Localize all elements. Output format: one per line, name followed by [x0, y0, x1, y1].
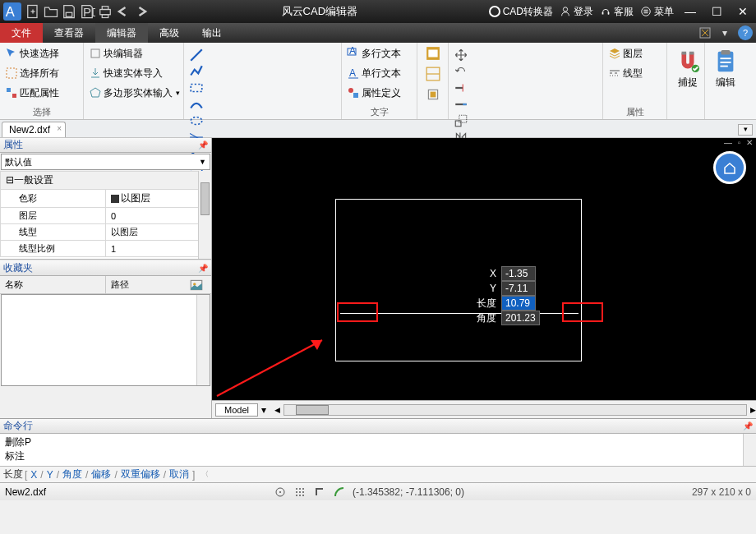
tab-file[interactable]: 文件	[0, 23, 43, 43]
block-editor-button[interactable]: 块编辑器	[87, 44, 180, 62]
login-link[interactable]: 登录	[560, 5, 593, 19]
polar-mode-icon[interactable]	[333, 486, 346, 499]
ribbon-group-snap: 捕捉	[667, 43, 705, 119]
opt-y[interactable]: Y	[47, 469, 53, 481]
status-filename: New2.dxf	[5, 486, 46, 498]
pin-icon[interactable]: 📌	[743, 421, 753, 430]
prop-row-layer[interactable]: 图层0	[1, 208, 211, 224]
layer-button[interactable]: 图层	[606, 44, 663, 62]
pin-icon[interactable]: 📌	[198, 140, 208, 150]
home-view-button[interactable]	[713, 151, 746, 184]
coord-angle-value[interactable]: 201.23	[501, 311, 540, 325]
rect-tool-icon[interactable]	[189, 81, 204, 95]
ribbon-options-icon[interactable]	[695, 23, 715, 43]
prop-row-ltscale[interactable]: 线型比例1	[1, 241, 211, 257]
tab-advanced[interactable]: 高级	[148, 23, 191, 43]
layout-icon[interactable]	[426, 67, 440, 84]
grid-mode-icon[interactable]	[293, 486, 307, 499]
select-all-button[interactable]: 选择所有	[3, 64, 80, 82]
opt-x[interactable]: X	[30, 469, 37, 481]
save-pdf-icon[interactable]: PDF	[79, 3, 95, 20]
svg-rect-89	[689, 52, 694, 55]
save-icon[interactable]	[61, 3, 77, 20]
extend-tool-icon[interactable]	[454, 97, 468, 112]
rotate-tool-icon[interactable]	[454, 64, 468, 79]
opt-offset[interactable]: 偏移	[91, 467, 111, 481]
svg-rect-8	[102, 15, 108, 18]
coord-y-value[interactable]: -7.11	[501, 281, 536, 296]
open-icon[interactable]	[43, 3, 59, 20]
prop-row-color[interactable]: 色彩以图层	[1, 190, 211, 208]
status-dimensions: 297 x 210 x 0	[692, 486, 751, 498]
quick-select-button[interactable]: 快速选择	[3, 44, 80, 62]
line-tool-icon[interactable]	[189, 48, 204, 62]
quick-import-button[interactable]: 快速实体导入	[87, 64, 180, 82]
undo-icon[interactable]	[115, 3, 131, 20]
fav-col-name[interactable]: 名称	[0, 276, 106, 293]
svg-point-102	[302, 488, 304, 490]
attr-def-button[interactable]: 属性定义	[345, 84, 413, 102]
document-tab[interactable]: New2.dxf×	[2, 122, 66, 137]
opt-angle[interactable]: 角度	[62, 467, 82, 481]
minimize-button[interactable]: —	[680, 3, 700, 20]
linetype-button[interactable]: 线型	[606, 64, 663, 82]
group-label-select: 选择	[3, 105, 80, 119]
command-scrollbar[interactable]	[743, 434, 756, 466]
menu-icon	[640, 6, 652, 17]
cad-converter-link[interactable]: CAD转换器	[489, 5, 553, 19]
help-button[interactable]: ?	[738, 25, 753, 40]
svg-text:A: A	[349, 47, 356, 57]
svg-rect-62	[455, 121, 461, 127]
tab-overflow-button[interactable]: ▾	[738, 124, 753, 136]
drawing-canvas[interactable]: — ▫ ✕ X-1.35 Y-7.11 长度10.79 角度201.23	[212, 138, 756, 400]
canvas-hscrollbar[interactable]	[284, 404, 747, 416]
close-button[interactable]: ✕	[733, 3, 753, 20]
tab-editor[interactable]: 编辑器	[95, 23, 148, 43]
properties-default-combo[interactable]: 默认值▼	[1, 154, 210, 170]
ellipse-tool-icon[interactable]	[189, 113, 204, 128]
polygon-input-button[interactable]: 多边形实体输入▾	[87, 84, 180, 102]
block-ref-icon[interactable]	[426, 87, 440, 104]
move-tool-icon[interactable]	[454, 48, 468, 62]
edit-button[interactable]: 编辑	[708, 44, 743, 90]
stext-button[interactable]: A单行文本	[345, 64, 413, 82]
prop-row-linetype[interactable]: 线型以图层	[1, 224, 211, 241]
command-history[interactable]: 删除P 标注	[0, 434, 756, 466]
tab-output[interactable]: 输出	[191, 23, 233, 43]
tab-viewer[interactable]: 查看器	[43, 23, 95, 43]
snap-button[interactable]: 捕捉	[671, 44, 705, 90]
opt-double-offset[interactable]: 双重偏移	[121, 467, 160, 481]
dropdown-icon[interactable]: ▾	[715, 23, 735, 43]
service-link[interactable]: 客服	[600, 5, 634, 19]
polyline-tool-icon[interactable]	[189, 64, 204, 79]
coord-length-value[interactable]: 10.79	[501, 296, 536, 311]
svg-point-106	[296, 495, 297, 496]
match-props-button[interactable]: 匹配属性	[3, 84, 80, 102]
properties-scrollbar[interactable]	[198, 171, 211, 259]
svg-marker-22	[90, 88, 100, 97]
redo-icon[interactable]	[133, 3, 150, 20]
snap-mode-icon[interactable]	[274, 486, 287, 499]
viewport-icon[interactable]	[426, 46, 440, 63]
fav-col-path[interactable]: 路径	[106, 276, 211, 293]
svg-rect-18	[7, 88, 11, 92]
prop-section[interactable]: ⊟一般设置	[1, 172, 211, 190]
spline-tool-icon[interactable]	[189, 97, 204, 112]
favorites-scrollbar[interactable]	[196, 295, 210, 385]
trim-tool-icon[interactable]	[454, 81, 468, 95]
app-icon: A	[3, 2, 21, 21]
opt-cancel[interactable]: 取消	[169, 467, 189, 481]
pin-icon[interactable]: 📌	[198, 264, 208, 273]
print-icon[interactable]	[97, 3, 113, 20]
layers-icon	[608, 47, 621, 60]
new-icon[interactable]	[25, 3, 41, 20]
ribbon: 快速选择 选择所有 匹配属性 选择 块编辑器 快速实体导入 多边形实体输入▾	[0, 43, 756, 120]
scale-tool-icon[interactable]	[454, 113, 468, 128]
svg-rect-95	[720, 66, 727, 67]
menu-link[interactable]: 菜单	[640, 5, 674, 19]
ortho-mode-icon[interactable]	[313, 486, 326, 499]
close-tab-icon[interactable]: ×	[57, 124, 62, 133]
mtext-button[interactable]: A多行文本	[345, 44, 413, 62]
maximize-button[interactable]: ☐	[707, 3, 726, 20]
coord-x-value[interactable]: -1.35	[501, 266, 536, 281]
